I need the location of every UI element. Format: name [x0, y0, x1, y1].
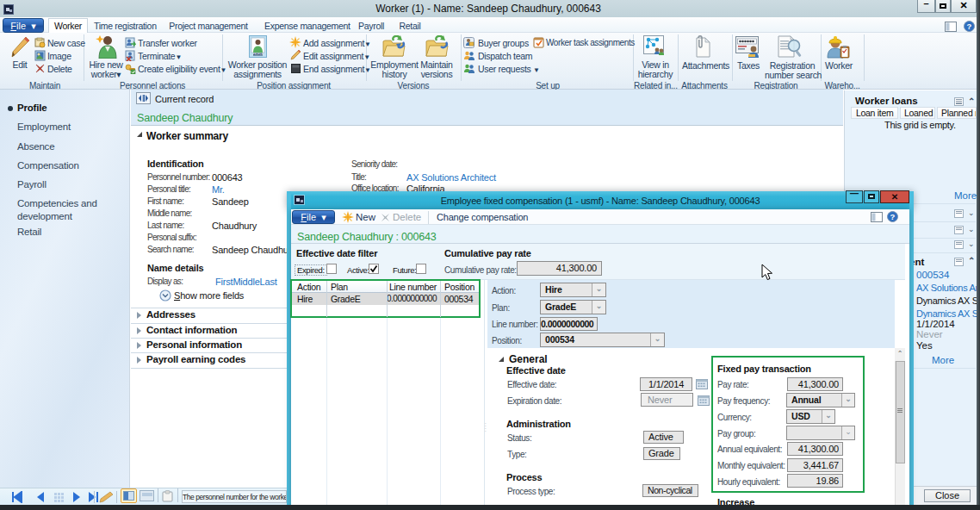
- svg-text:?: ?: [890, 212, 896, 221]
- svg-text:?: ?: [967, 22, 972, 31]
- svg-text:PROFILE: PROFILE: [253, 53, 264, 56]
